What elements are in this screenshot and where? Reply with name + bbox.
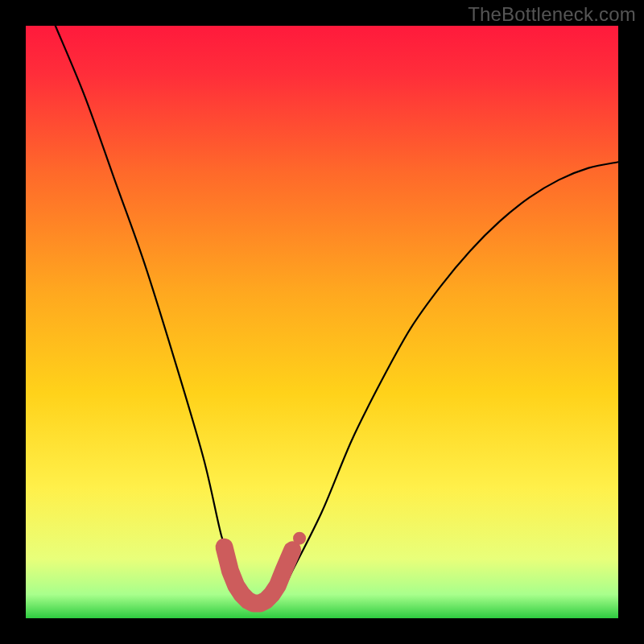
gradient-background: [26, 26, 618, 618]
optimal-band-end-dot: [293, 532, 306, 545]
chart-frame: TheBottleneck.com: [0, 0, 644, 644]
bottleneck-chart: [0, 0, 644, 644]
watermark-text: TheBottleneck.com: [468, 3, 636, 26]
